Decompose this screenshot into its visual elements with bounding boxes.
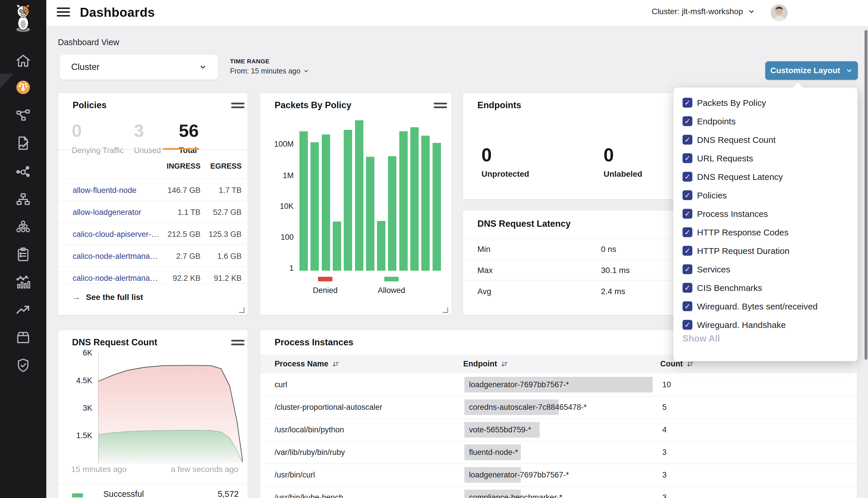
menu-item-process-instances[interactable]: ✓Process Instances bbox=[674, 209, 857, 227]
endpoint-header-label: Endpoint bbox=[463, 359, 497, 368]
ingress-column-header: INGRESS bbox=[167, 162, 200, 171]
checkbox-checked-icon[interactable]: ✓ bbox=[683, 227, 692, 237]
cluster-selector[interactable]: Cluster: jlt-msft-workshop bbox=[651, 7, 755, 16]
calico-cat-logo[interactable] bbox=[13, 3, 34, 32]
sidebar-nav bbox=[0, 0, 46, 498]
checkbox-checked-icon[interactable]: ✓ bbox=[683, 264, 692, 274]
y-axis-tick: 10K bbox=[267, 202, 294, 211]
sidebar-item-workloads-cluster-icon[interactable] bbox=[15, 219, 31, 235]
checkbox-checked-icon[interactable]: ✓ bbox=[683, 116, 692, 126]
drag-handle-icon[interactable] bbox=[434, 103, 447, 109]
time-range-control[interactable]: TIME RANGE From: 15 minutes ago bbox=[230, 58, 309, 75]
sidebar-item-compliance-clipboard-icon[interactable] bbox=[15, 246, 31, 263]
checkbox-checked-icon[interactable]: ✓ bbox=[683, 153, 692, 163]
scrollbar-thumb[interactable] bbox=[865, 30, 867, 360]
arrow-right-icon: → bbox=[72, 292, 81, 302]
allowed-bar[interactable] bbox=[410, 127, 419, 271]
packets-bar-chart bbox=[299, 113, 448, 271]
menu-item-label: Wireguard. Handshake bbox=[697, 320, 786, 330]
process-name-cell: /usr/local/bin/python bbox=[275, 425, 344, 434]
drag-handle-icon[interactable] bbox=[231, 340, 245, 346]
checkbox-checked-icon[interactable]: ✓ bbox=[683, 98, 692, 108]
sidebar-item-home-icon[interactable] bbox=[15, 53, 31, 69]
allowed-bar[interactable] bbox=[299, 131, 308, 271]
sidebar-item-dashboards-gauge-icon[interactable] bbox=[15, 79, 31, 95]
legend-denied[interactable]: Denied bbox=[302, 277, 348, 295]
menu-item-dns-request-latency[interactable]: ✓DNS Request Latency bbox=[674, 172, 857, 190]
menu-item-services[interactable]: ✓Services bbox=[674, 264, 857, 283]
policy-link[interactable]: calico-cloud-apiserver-… bbox=[73, 230, 159, 239]
process-row: curlloadgenerator-7697bb7567-*10 bbox=[260, 374, 857, 396]
policy-link[interactable]: allow-loadgenerator bbox=[73, 208, 141, 217]
dns-legend-row: Successful 5,572 bbox=[58, 484, 248, 498]
allowed-bar[interactable] bbox=[310, 142, 319, 271]
endpoint-column-header[interactable]: Endpoint bbox=[463, 359, 508, 368]
sidebar-item-network-nodes-icon[interactable] bbox=[15, 107, 31, 123]
checkbox-checked-icon[interactable]: ✓ bbox=[683, 172, 692, 182]
dropdown-caret bbox=[793, 83, 803, 88]
checkbox-checked-icon[interactable]: ✓ bbox=[683, 301, 692, 311]
allowed-bar[interactable] bbox=[366, 157, 374, 271]
policies-stat-total[interactable]: 56Total bbox=[179, 122, 199, 155]
see-full-list-link[interactable]: → See the full list bbox=[58, 283, 248, 316]
menu-item-cis-benchmarks[interactable]: ✓CIS Benchmarks bbox=[674, 283, 857, 301]
allowed-bar[interactable] bbox=[355, 120, 363, 271]
checkbox-checked-icon[interactable]: ✓ bbox=[683, 283, 692, 293]
allowed-bar[interactable] bbox=[322, 134, 330, 271]
allowed-bar[interactable] bbox=[432, 143, 441, 271]
latency-value: 0 ns bbox=[601, 245, 616, 254]
menu-item-http-request-duration[interactable]: ✓HTTP Request Duration bbox=[674, 246, 857, 264]
allowed-bar[interactable] bbox=[399, 131, 408, 271]
resize-handle[interactable] bbox=[239, 307, 245, 313]
checkbox-checked-icon[interactable]: ✓ bbox=[683, 190, 692, 200]
legend-allowed[interactable]: Allowed bbox=[368, 277, 415, 295]
show-all-link[interactable]: Show All bbox=[683, 333, 720, 344]
drag-handle-icon[interactable] bbox=[231, 103, 245, 109]
menu-item-label: Services bbox=[697, 265, 730, 274]
checkbox-checked-icon[interactable]: ✓ bbox=[683, 246, 692, 255]
policy-link[interactable]: allow-fluentd-node bbox=[73, 186, 137, 195]
menu-item-http-response-codes[interactable]: ✓HTTP Response Codes bbox=[674, 227, 857, 246]
policy-egress-value: 1.6 GB bbox=[217, 252, 242, 261]
page-title: Dashboards bbox=[80, 5, 155, 19]
menu-item-dns-request-count[interactable]: ✓DNS Request Count bbox=[674, 135, 857, 153]
sidebar-item-policy-editor-icon[interactable] bbox=[15, 135, 31, 151]
checkbox-checked-icon[interactable]: ✓ bbox=[683, 209, 692, 219]
sidebar-item-analytics-chart-icon[interactable] bbox=[15, 274, 31, 290]
policies-stat-denying-traffic[interactable]: 0Denying Traffic bbox=[72, 122, 124, 155]
sidebar-item-trend-arrow-icon[interactable] bbox=[15, 302, 31, 318]
sidebar-item-topology-icon[interactable] bbox=[15, 191, 31, 207]
allowed-bar[interactable] bbox=[344, 130, 352, 271]
user-avatar[interactable] bbox=[771, 4, 788, 21]
x-axis-label-right: a few seconds ago bbox=[171, 465, 239, 474]
menu-item-policies[interactable]: ✓Policies bbox=[674, 190, 857, 209]
policy-link[interactable]: calico-node-alertmana… bbox=[73, 274, 158, 283]
sidebar-item-service-graph-icon[interactable] bbox=[15, 163, 31, 180]
dashboard-view-select[interactable]: Cluster bbox=[59, 54, 218, 80]
sidebar-item-inventory-box-icon[interactable] bbox=[15, 329, 31, 345]
policy-link[interactable]: calico-node-alertmana… bbox=[73, 252, 158, 261]
policy-egress-value: 1.7 TB bbox=[219, 186, 242, 195]
resize-handle[interactable] bbox=[443, 307, 448, 313]
policy-egress-value: 52.7 GB bbox=[213, 208, 242, 217]
unprotected-stat: 0 Unprotected bbox=[481, 146, 529, 179]
allowed-bar[interactable] bbox=[388, 156, 397, 271]
menu-item-endpoints[interactable]: ✓Endpoints bbox=[674, 116, 857, 135]
menu-item-label: Policies bbox=[697, 191, 727, 200]
customize-layout-button[interactable]: Customize Layout bbox=[765, 61, 858, 80]
allowed-bar[interactable] bbox=[333, 222, 341, 271]
scrollbar-track[interactable] bbox=[864, 26, 868, 498]
checkbox-checked-icon[interactable]: ✓ bbox=[683, 320, 692, 330]
hamburger-menu-icon[interactable] bbox=[57, 8, 70, 18]
process-name-column-header[interactable]: Process Name bbox=[275, 359, 339, 368]
latency-value: 30.1 ms bbox=[601, 266, 630, 275]
sidebar-item-shield-check-icon[interactable] bbox=[15, 357, 31, 374]
allowed-bar[interactable] bbox=[377, 221, 385, 271]
allowed-bar[interactable] bbox=[421, 136, 430, 271]
process-name-cell: /usr/bin/kube-bench bbox=[275, 493, 343, 498]
checkbox-checked-icon[interactable]: ✓ bbox=[683, 135, 692, 145]
policies-stat-unused[interactable]: 3Unused bbox=[134, 122, 161, 155]
menu-item-url-requests[interactable]: ✓URL Requests bbox=[674, 153, 857, 172]
menu-item-wireguard-bytes-sent-received[interactable]: ✓Wireguard. Bytes sent/received bbox=[674, 301, 857, 320]
menu-item-packets-by-policy[interactable]: ✓Packets By Policy bbox=[674, 98, 857, 116]
